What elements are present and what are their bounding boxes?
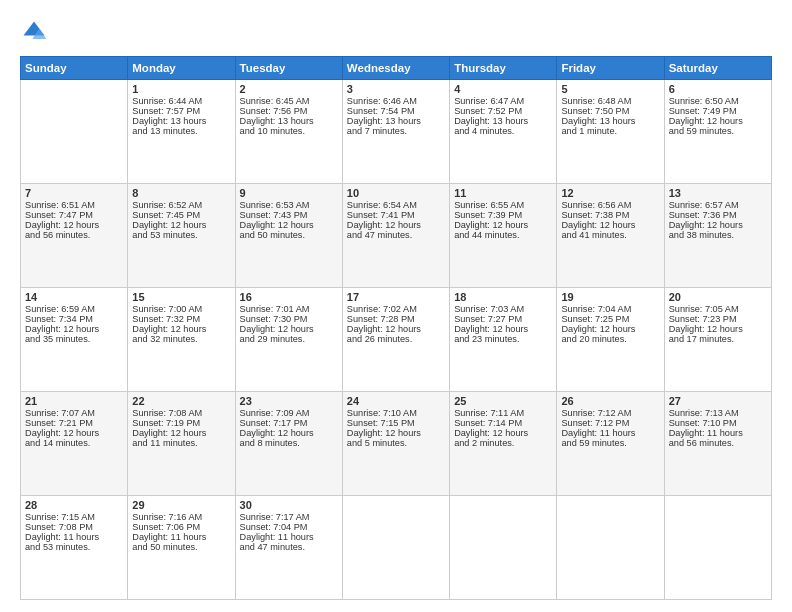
weekday-header-monday: Monday [128,57,235,80]
calendar-cell: 15Sunrise: 7:00 AMSunset: 7:32 PMDayligh… [128,288,235,392]
day-info: Sunset: 7:15 PM [347,418,445,428]
day-info: Sunset: 7:14 PM [454,418,552,428]
day-info: Daylight: 11 hours [25,532,123,542]
calendar-cell [557,496,664,600]
day-info: Sunrise: 7:12 AM [561,408,659,418]
day-info: Sunrise: 7:07 AM [25,408,123,418]
day-info: Daylight: 12 hours [132,428,230,438]
day-info: Daylight: 12 hours [669,220,767,230]
day-info: Sunset: 7:21 PM [25,418,123,428]
weekday-header-row: SundayMondayTuesdayWednesdayThursdayFrid… [21,57,772,80]
day-info: Daylight: 13 hours [454,116,552,126]
calendar-cell: 30Sunrise: 7:17 AMSunset: 7:04 PMDayligh… [235,496,342,600]
day-info: Sunrise: 6:45 AM [240,96,338,106]
day-info: and 11 minutes. [132,438,230,448]
calendar-cell: 6Sunrise: 6:50 AMSunset: 7:49 PMDaylight… [664,80,771,184]
calendar-cell: 8Sunrise: 6:52 AMSunset: 7:45 PMDaylight… [128,184,235,288]
day-info: Sunset: 7:38 PM [561,210,659,220]
day-info: and 53 minutes. [25,542,123,552]
day-info: Sunrise: 7:01 AM [240,304,338,314]
day-info: and 26 minutes. [347,334,445,344]
calendar-cell: 24Sunrise: 7:10 AMSunset: 7:15 PMDayligh… [342,392,449,496]
day-info: and 56 minutes. [669,438,767,448]
calendar-cell [450,496,557,600]
calendar-cell: 2Sunrise: 6:45 AMSunset: 7:56 PMDaylight… [235,80,342,184]
weekday-header-wednesday: Wednesday [342,57,449,80]
day-number: 16 [240,291,338,303]
day-number: 27 [669,395,767,407]
day-info: Sunrise: 6:48 AM [561,96,659,106]
day-info: Daylight: 12 hours [454,428,552,438]
day-number: 13 [669,187,767,199]
day-number: 22 [132,395,230,407]
day-info: and 41 minutes. [561,230,659,240]
calendar-table: SundayMondayTuesdayWednesdayThursdayFrid… [20,56,772,600]
day-number: 17 [347,291,445,303]
day-info: Sunrise: 6:47 AM [454,96,552,106]
calendar-cell: 27Sunrise: 7:13 AMSunset: 7:10 PMDayligh… [664,392,771,496]
day-info: Sunrise: 6:54 AM [347,200,445,210]
calendar-cell: 23Sunrise: 7:09 AMSunset: 7:17 PMDayligh… [235,392,342,496]
day-info: Sunset: 7:12 PM [561,418,659,428]
day-info: Daylight: 12 hours [347,220,445,230]
day-info: and 13 minutes. [132,126,230,136]
day-info: Sunset: 7:06 PM [132,522,230,532]
day-number: 25 [454,395,552,407]
logo [20,18,52,46]
day-number: 24 [347,395,445,407]
day-info: Sunset: 7:34 PM [25,314,123,324]
day-info: Sunset: 7:56 PM [240,106,338,116]
day-info: and 32 minutes. [132,334,230,344]
day-info: Sunset: 7:36 PM [669,210,767,220]
day-info: Sunset: 7:47 PM [25,210,123,220]
day-info: Sunrise: 7:10 AM [347,408,445,418]
day-info: Sunrise: 6:53 AM [240,200,338,210]
day-info: and 56 minutes. [25,230,123,240]
day-info: and 53 minutes. [132,230,230,240]
weekday-header-tuesday: Tuesday [235,57,342,80]
day-number: 7 [25,187,123,199]
day-info: Sunset: 7:08 PM [25,522,123,532]
day-number: 3 [347,83,445,95]
day-number: 2 [240,83,338,95]
day-info: Sunrise: 7:05 AM [669,304,767,314]
day-info: Daylight: 13 hours [347,116,445,126]
calendar-cell: 4Sunrise: 6:47 AMSunset: 7:52 PMDaylight… [450,80,557,184]
day-info: Sunrise: 7:02 AM [347,304,445,314]
day-info: Daylight: 11 hours [132,532,230,542]
day-info: and 44 minutes. [454,230,552,240]
day-info: Daylight: 12 hours [132,324,230,334]
day-info: and 10 minutes. [240,126,338,136]
day-info: and 4 minutes. [454,126,552,136]
day-info: Daylight: 12 hours [454,324,552,334]
day-number: 4 [454,83,552,95]
day-number: 8 [132,187,230,199]
day-number: 6 [669,83,767,95]
calendar-row-1: 7Sunrise: 6:51 AMSunset: 7:47 PMDaylight… [21,184,772,288]
day-info: Sunrise: 7:15 AM [25,512,123,522]
day-info: Daylight: 12 hours [240,428,338,438]
day-number: 5 [561,83,659,95]
day-number: 19 [561,291,659,303]
day-number: 14 [25,291,123,303]
day-info: Sunset: 7:23 PM [669,314,767,324]
calendar-cell: 20Sunrise: 7:05 AMSunset: 7:23 PMDayligh… [664,288,771,392]
day-info: and 38 minutes. [669,230,767,240]
day-info: and 7 minutes. [347,126,445,136]
day-number: 12 [561,187,659,199]
day-info: Sunset: 7:25 PM [561,314,659,324]
logo-icon [20,18,48,46]
day-info: Sunset: 7:30 PM [240,314,338,324]
day-info: Daylight: 12 hours [347,428,445,438]
calendar-cell: 17Sunrise: 7:02 AMSunset: 7:28 PMDayligh… [342,288,449,392]
day-number: 30 [240,499,338,511]
day-info: Sunset: 7:28 PM [347,314,445,324]
day-info: Sunset: 7:10 PM [669,418,767,428]
weekday-header-sunday: Sunday [21,57,128,80]
day-info: Sunrise: 7:11 AM [454,408,552,418]
calendar-row-2: 14Sunrise: 6:59 AMSunset: 7:34 PMDayligh… [21,288,772,392]
calendar-cell: 22Sunrise: 7:08 AMSunset: 7:19 PMDayligh… [128,392,235,496]
day-info: Daylight: 13 hours [240,116,338,126]
day-info: Daylight: 12 hours [25,324,123,334]
day-info: and 50 minutes. [132,542,230,552]
